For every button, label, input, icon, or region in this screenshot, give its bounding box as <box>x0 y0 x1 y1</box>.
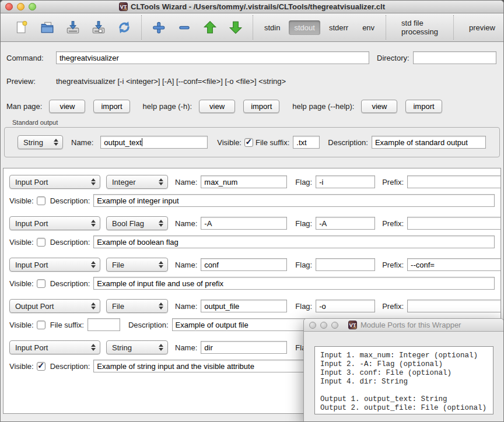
prefix-input[interactable] <box>407 175 501 188</box>
port-type-select[interactable]: Input Port <box>9 216 100 230</box>
name-label: Name: <box>175 261 197 269</box>
man-import-button[interactable]: import <box>93 100 130 113</box>
stderr-button[interactable]: stderr <box>324 20 354 35</box>
help-long-view-button[interactable]: view <box>361 100 397 113</box>
flag-input[interactable] <box>316 258 375 271</box>
title-area: VT CLTools Wizard - /Users/tommy/.vistra… <box>1 2 503 11</box>
visible-checkbox[interactable] <box>37 321 46 329</box>
module-port-line: Input 1. max_num: Integer (optional) <box>320 351 493 360</box>
description-input[interactable] <box>93 194 495 207</box>
env-button[interactable]: env <box>357 20 380 35</box>
std-file-processing-button[interactable]: std file processing <box>396 16 443 39</box>
visible-label: Visible: <box>9 238 34 247</box>
value-type-select[interactable]: File <box>106 299 168 313</box>
preview-command-text: thegreatvisualizer [-i <integer>] [-A] [… <box>56 77 286 86</box>
flag-label: Flag: <box>295 178 312 187</box>
stepper-arrows-icon <box>156 344 167 351</box>
move-row-down-icon[interactable] <box>228 19 243 36</box>
flag-input[interactable] <box>316 217 375 230</box>
value-type-value: File <box>112 302 156 311</box>
value-type-value: Bool Flag <box>112 219 156 228</box>
prefix-input[interactable] <box>407 300 501 312</box>
save-as-icon[interactable] <box>91 19 106 36</box>
visible-checkbox[interactable] <box>37 196 46 205</box>
toolbar-separator <box>141 15 142 40</box>
title-bar[interactable]: VT CLTools Wizard - /Users/tommy/.vistra… <box>1 1 503 13</box>
prefix-label: Prefix: <box>382 302 404 311</box>
prefix-input[interactable] <box>407 217 501 230</box>
zoom-button-inactive[interactable] <box>331 322 338 329</box>
stdout-type-select[interactable]: String <box>18 135 63 149</box>
stdin-button[interactable]: stdin <box>259 20 285 35</box>
description-label: Description: <box>50 362 90 371</box>
close-button[interactable] <box>5 3 13 10</box>
visible-description-row: Visible: Description: <box>9 277 495 290</box>
flag-label: Flag: <box>295 302 312 311</box>
value-type-select[interactable]: Bool Flag <box>106 216 168 230</box>
name-input[interactable] <box>201 175 287 188</box>
visible-description-row: Visible: Description: <box>9 235 495 248</box>
add-row-icon[interactable] <box>151 19 166 36</box>
checkmark-icon: ✓ <box>246 138 253 146</box>
value-type-select[interactable]: File <box>106 258 168 272</box>
command-input[interactable] <box>56 51 369 64</box>
port-type-select[interactable]: Input Port <box>9 175 100 189</box>
module-ports-title-bar[interactable]: VT Module Ports for this Wrapper <box>304 319 503 332</box>
close-button-inactive[interactable] <box>309 322 316 329</box>
description-label: Description: <box>50 238 90 247</box>
flag-input[interactable] <box>316 300 375 312</box>
man-help-row: Man page: view import help page (-h): vi… <box>6 99 498 113</box>
help-h-view-button[interactable]: view <box>199 100 235 113</box>
module-ports-text-box: Input 1. max_num: Integer (optional) Inp… <box>314 346 494 414</box>
toolbar-separator <box>386 15 386 40</box>
save-icon[interactable] <box>65 19 80 36</box>
man-view-button[interactable]: view <box>49 100 85 113</box>
standard-output-group-label: Standard output <box>12 119 500 127</box>
minimize-button-inactive[interactable] <box>320 322 327 329</box>
name-input[interactable] <box>201 300 287 312</box>
port-type-select[interactable]: Input Port <box>9 258 100 272</box>
visible-checkbox[interactable] <box>37 238 46 247</box>
port-row: Input Port Bool Flag Name: Flag: Prefix: <box>9 216 495 231</box>
move-row-up-icon[interactable] <box>202 19 218 36</box>
stdout-file-suffix-label: File suffix: <box>256 138 289 147</box>
description-input[interactable] <box>93 277 495 290</box>
visible-label: Visible: <box>9 321 34 329</box>
zoom-button[interactable] <box>29 3 36 10</box>
visible-checkbox[interactable] <box>37 279 46 288</box>
prefix-input[interactable] <box>407 258 501 271</box>
value-type-select[interactable]: Integer <box>106 175 168 189</box>
new-file-icon[interactable] <box>14 19 29 36</box>
description-input[interactable] <box>93 235 495 248</box>
stdout-name-input[interactable] <box>100 136 208 149</box>
file-suffix-input[interactable] <box>88 318 120 331</box>
open-file-icon[interactable] <box>40 19 55 36</box>
flag-input[interactable] <box>316 175 375 188</box>
name-input[interactable] <box>201 217 287 230</box>
name-input[interactable] <box>201 258 287 271</box>
directory-input[interactable] <box>413 51 496 64</box>
port-row: Input Port File Name: Flag: Prefix: <box>9 257 495 272</box>
stdout-file-suffix-input[interactable] <box>293 136 320 149</box>
visible-label: Visible: <box>9 362 34 371</box>
stdout-description-input[interactable] <box>372 136 486 149</box>
refresh-icon[interactable] <box>117 19 132 36</box>
name-input[interactable] <box>201 341 287 354</box>
module-ports-window[interactable]: VT Module Ports for this Wrapper Input 1… <box>303 318 504 422</box>
visible-checkbox[interactable]: ✓ <box>37 362 46 371</box>
help-long-import-button[interactable]: import <box>405 100 442 113</box>
minimize-button[interactable] <box>17 3 24 10</box>
preview-button[interactable]: preview <box>464 20 501 35</box>
help-h-label: help page (-h): <box>143 102 192 111</box>
port-type-select[interactable]: Output Port <box>9 299 100 313</box>
value-type-select[interactable]: String <box>106 340 168 354</box>
stepper-arrows-icon <box>156 303 167 310</box>
help-h-import-button[interactable]: import <box>243 100 279 113</box>
vistrails-app-icon: VT <box>348 321 357 329</box>
stdout-visible-checkbox[interactable]: ✓ <box>244 138 253 147</box>
port-type-value: Input Port <box>15 343 89 352</box>
port-type-select[interactable]: Input Port <box>9 340 100 354</box>
directory-label: Directory: <box>377 54 410 62</box>
stdout-button[interactable]: stdout <box>289 20 320 35</box>
remove-row-icon[interactable] <box>177 19 192 36</box>
